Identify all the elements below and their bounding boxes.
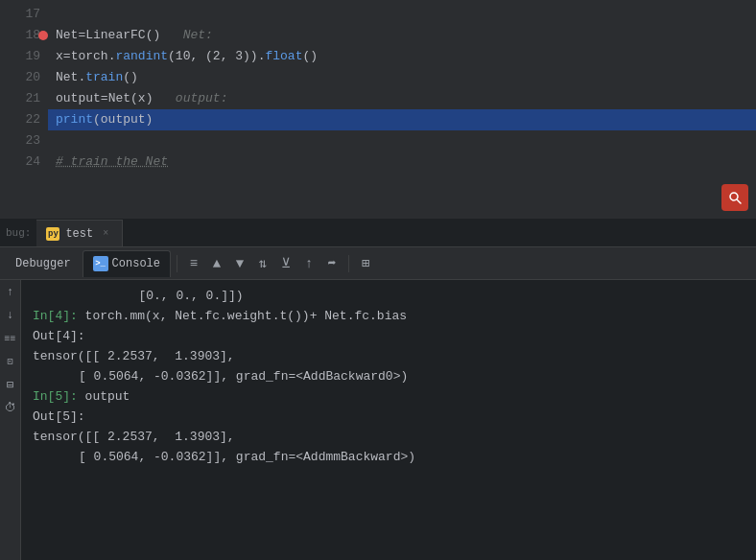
toolbar-btn-clear[interactable]: ≡ xyxy=(183,253,204,274)
editor-area: 17 18 19 20 21 22 23 24 Net = LinearFC (… xyxy=(0,0,756,219)
code-line-22: print (output) xyxy=(48,109,756,130)
toolbar-btn-filter[interactable]: ⊻ xyxy=(275,253,296,274)
code-token: Net(x) xyxy=(108,88,176,109)
code-token: train xyxy=(85,67,123,88)
console-icon: >_ xyxy=(93,256,108,271)
tab-debugger[interactable]: Debugger xyxy=(6,250,81,277)
code-line-18: Net = LinearFC () Net: xyxy=(48,25,756,46)
console-text: [ 0.5064, -0.0362]], grad_fn=<AddBackwar… xyxy=(33,366,408,386)
toolbar-separator-2 xyxy=(348,255,349,272)
toolbar-btn-pin[interactable]: ↑ xyxy=(298,253,319,274)
prompt-in5: In[5]: xyxy=(33,386,78,407)
tab-close-button[interactable]: × xyxy=(99,227,112,241)
tab-bar: bug: py test × xyxy=(0,219,756,247)
console-text: output xyxy=(78,386,130,407)
console-text: tensor([[ 2.2537, 1.3903], xyxy=(33,427,235,447)
debugger-toolbar: Debugger >_ Console ≡ ▲ ▼ ⇅ ⊻ ↑ ➦ ⊞ xyxy=(0,247,756,280)
bottom-section: Debugger >_ Console ≡ ▲ ▼ ⇅ ⊻ ↑ ➦ ⊞ ↑ ↓ … xyxy=(0,247,756,560)
prompt-out5: Out[5]: xyxy=(33,407,85,427)
toolbar-btn-down[interactable]: ▼ xyxy=(229,253,250,274)
code-line-21: output = Net(x) output: xyxy=(48,88,756,109)
debugger-label: Debugger xyxy=(15,257,71,270)
console-text: [0., 0., 0.]]) xyxy=(33,286,244,306)
console-line-out4: Out[4]: xyxy=(33,326,744,346)
sidebar-watch-icon[interactable]: ⏱ xyxy=(2,399,19,416)
code-token: print xyxy=(56,109,93,130)
breakpoint-indicator xyxy=(38,31,48,40)
console-text: torch.mm(x, Net.fc.weight.t())+ Net.fc.b… xyxy=(78,306,407,326)
console-label: Console xyxy=(112,257,160,270)
svg-line-1 xyxy=(738,200,742,204)
left-sidebar: ↑ ↓ ≡≡ ⊡ ⊟ ⏱ xyxy=(0,280,21,560)
code-token: () xyxy=(123,67,138,88)
code-token: randint xyxy=(115,46,168,67)
toolbar-btn-up[interactable]: ▲ xyxy=(206,253,227,274)
code-line-24: # train the Net xyxy=(48,152,756,173)
prompt-in4: In[4]: xyxy=(33,306,78,326)
code-content: Net = LinearFC () Net: x = torch. randin… xyxy=(48,0,756,219)
console-line-tensor1b: [ 0.5064, -0.0362]], grad_fn=<AddBackwar… xyxy=(33,366,744,386)
console-line-tensor2a: tensor([[ 2.2537, 1.3903], xyxy=(33,427,744,447)
code-token: Net: xyxy=(183,25,213,46)
code-token: () xyxy=(302,46,318,67)
code-token: x xyxy=(56,46,63,67)
console-text: tensor([[ 2.2537, 1.3903], xyxy=(33,346,235,366)
code-token: = xyxy=(78,25,85,46)
prompt-out4: Out[4]: xyxy=(33,326,85,346)
tab-name: test xyxy=(65,227,93,241)
console-line-in5: In[5]: output xyxy=(33,386,744,407)
console-line-tensor2b: [ 0.5064, -0.0362]], grad_fn=<AddmmBackw… xyxy=(33,447,744,467)
console-line-in4: In[4]: torch.mm(x, Net.fc.weight.t())+ N… xyxy=(33,306,744,326)
tab-prefix: bug: xyxy=(6,227,31,239)
search-button[interactable] xyxy=(721,184,748,211)
sidebar-delete-icon[interactable]: ⊟ xyxy=(2,376,19,393)
code-token: () xyxy=(146,25,183,46)
code-token: float xyxy=(265,46,302,67)
tab-console[interactable]: >_ Console xyxy=(83,250,171,277)
toolbar-btn-sort[interactable]: ⇅ xyxy=(252,253,273,274)
code-token: output xyxy=(56,88,101,109)
code-token: = xyxy=(101,88,108,109)
console-line-out5: Out[5]: xyxy=(33,407,744,427)
toolbar-btn-grid[interactable]: ⊞ xyxy=(355,253,376,274)
console-line-tensor1a: tensor([[ 2.2537, 1.3903], xyxy=(33,346,744,366)
code-line-23 xyxy=(48,130,756,152)
code-line-17 xyxy=(48,4,756,25)
code-line-19: x = torch. randint (10, (2, 3)). float (… xyxy=(48,46,756,67)
sidebar-vars-icon[interactable]: ⊡ xyxy=(2,353,19,370)
sidebar-up-icon[interactable]: ↑ xyxy=(2,284,19,301)
code-token: (output) xyxy=(93,109,153,130)
toolbar-separator xyxy=(177,255,177,272)
code-line-20: Net. train () xyxy=(48,67,756,88)
code-token: Net xyxy=(56,25,78,46)
python-file-icon: py xyxy=(46,227,59,241)
tab-test[interactable]: py test × xyxy=(36,220,123,246)
code-token: LinearFC xyxy=(85,25,145,46)
toolbar-btn-goto[interactable]: ➦ xyxy=(321,253,343,274)
code-token: Net. xyxy=(56,67,85,88)
code-token: # train the Net xyxy=(56,152,168,173)
bottom-main: ↑ ↓ ≡≡ ⊡ ⊟ ⏱ [0., 0., 0.]]) In[4]: torch… xyxy=(0,280,756,560)
console-text: [ 0.5064, -0.0362]], grad_fn=<AddmmBackw… xyxy=(33,447,415,467)
sidebar-down-icon[interactable]: ↓ xyxy=(2,307,19,324)
code-token: torch. xyxy=(71,46,116,67)
svg-point-0 xyxy=(730,193,738,200)
console-output: [0., 0., 0.]]) In[4]: torch.mm(x, Net.fc… xyxy=(21,280,756,560)
console-line-indent1: [0., 0., 0.]]) xyxy=(33,286,744,306)
code-token: = xyxy=(63,46,71,67)
sidebar-list-icon[interactable]: ≡≡ xyxy=(2,330,19,347)
code-token: (10, (2, 3)). xyxy=(168,46,265,67)
code-token: output: xyxy=(176,88,228,109)
